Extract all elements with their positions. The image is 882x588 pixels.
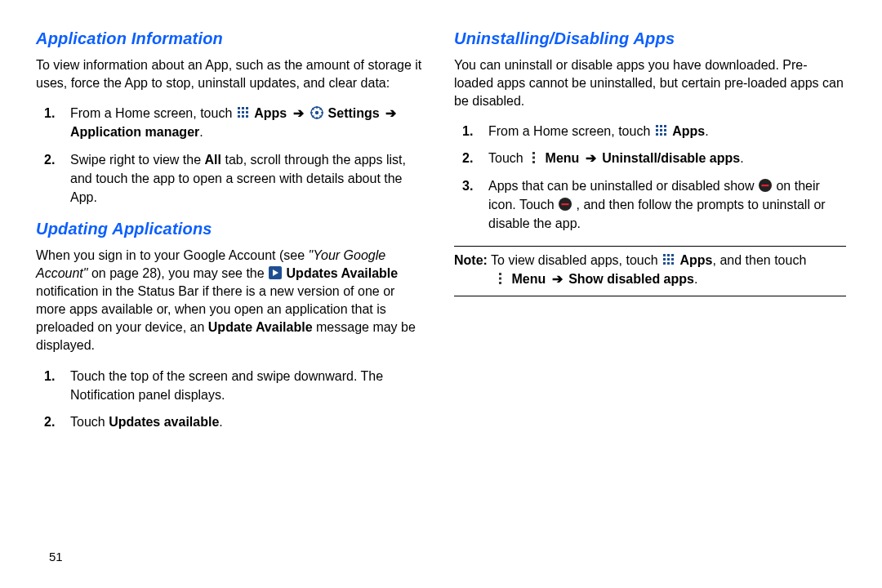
apps-grid-icon: [655, 124, 668, 137]
uninstall-intro: You can uninstall or disable apps you ha…: [454, 56, 846, 110]
updating-steps: Touch the top of the screen and swipe do…: [36, 367, 428, 432]
app-info-intro: To view information about an App, such a…: [36, 56, 428, 92]
updating-intro: When you sign in to your Google Account …: [36, 247, 428, 354]
arrow-icon: ➔: [550, 272, 565, 286]
menu-dots-icon: [494, 272, 507, 285]
settings-gear-icon: [310, 106, 323, 119]
app-info-steps: From a Home screen, touch Apps ➔ Setting…: [36, 104, 428, 207]
arrow-icon: ➔: [291, 106, 306, 120]
page-number: 51: [49, 550, 63, 564]
heading-application-information: Application Information: [36, 29, 428, 48]
apps-grid-icon: [237, 106, 250, 119]
heading-updating-applications: Updating Applications: [36, 220, 428, 238]
note-rule-bottom: [454, 296, 846, 296]
arrow-icon: ➔: [383, 106, 399, 120]
updating-step-2: Touch Updates available.: [70, 412, 428, 431]
remove-circle-icon: [559, 198, 572, 211]
uninstall-step-2: Touch Menu ➔ Uninstall/disable apps.: [488, 149, 846, 167]
uninstall-step-1: From a Home screen, touch Apps.: [488, 122, 846, 140]
remove-circle-icon: [759, 179, 772, 192]
note-block: Note: To view disabled apps, touch Apps,…: [454, 252, 846, 288]
right-column: Uninstalling/Disabling Apps You can unin…: [443, 29, 858, 568]
note-rule-top: [454, 246, 846, 247]
updating-step-1: Touch the top of the screen and swipe do…: [70, 367, 428, 404]
arrow-icon: ➔: [583, 151, 599, 165]
app-info-step-1: From a Home screen, touch Apps ➔ Setting…: [70, 104, 428, 141]
apps-grid-icon: [662, 253, 675, 266]
menu-dots-icon: [528, 151, 541, 164]
updates-play-icon: [269, 266, 282, 279]
uninstall-steps: From a Home screen, touch Apps. Touch Me…: [454, 122, 846, 233]
left-column: Application Information To view informat…: [24, 29, 439, 568]
app-info-step-2: Swipe right to view the All tab, scroll …: [70, 150, 428, 207]
heading-uninstalling-disabling: Uninstalling/Disabling Apps: [454, 29, 846, 48]
uninstall-step-3: Apps that can be uninstalled or disabled…: [488, 176, 846, 234]
